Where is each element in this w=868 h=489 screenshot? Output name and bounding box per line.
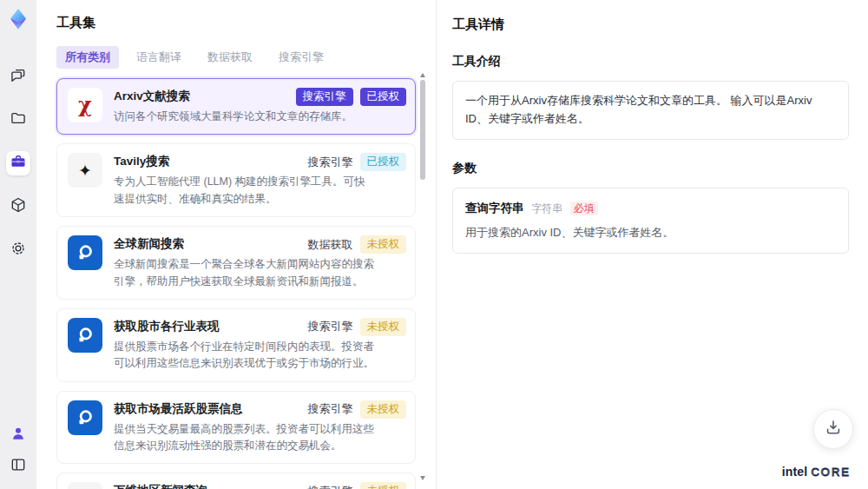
- param-required-badge: 必填: [570, 202, 598, 215]
- tab-search-engine[interactable]: 搜索引擎: [270, 46, 332, 69]
- intro-section-title: 工具介绍: [452, 54, 849, 69]
- intel-core-logo: intel CORE: [782, 465, 851, 479]
- tool-description: 全球新闻搜索是一个聚合全球各大新闻网站内容的搜索引擎，帮助用户快速获取全球最新资…: [114, 256, 374, 290]
- tool-card-sector-performance[interactable]: 获取股市各行业表现 提供股票市场各个行业在特定时间段内的表现。投资者可以利用这些…: [56, 308, 416, 382]
- stock-sector-icon: [68, 318, 102, 353]
- active-stocks-icon: [68, 400, 102, 435]
- collapse-panel-button[interactable]: [6, 454, 30, 479]
- tab-data-fetch[interactable]: 数据获取: [199, 46, 261, 69]
- status-badge: 已授权: [360, 153, 407, 171]
- tool-description: 提供当天交易量最高的股票列表。投资者可以利用这些信息来识别流动性强的股票和潜在的…: [114, 421, 374, 455]
- tool-card-most-active-stocks[interactable]: 获取市场最活跃股票信息 提供当天交易量最高的股票列表。投资者可以利用这些信息来识…: [56, 391, 416, 465]
- status-badge: 已授权: [360, 88, 407, 106]
- download-icon: [824, 418, 843, 440]
- sidebar-item-packages[interactable]: [6, 195, 30, 219]
- status-badge: 未授权: [360, 482, 407, 489]
- category-label: 搜索引擎: [308, 484, 353, 489]
- tool-card-regional-news[interactable]: 万维地区新闻查询 查询具体行政区划内的新闻，快速了解各地新闻动 搜索引擎 未授权: [56, 472, 416, 489]
- tab-language-translation[interactable]: 语言翻译: [128, 46, 190, 69]
- chat-icon: [10, 66, 27, 87]
- download-button[interactable]: [813, 409, 853, 449]
- param-type: 字符串: [531, 202, 562, 215]
- scrollbar-down-arrow[interactable]: [420, 476, 425, 480]
- scrollbar-thumb[interactable]: [420, 80, 425, 180]
- category-label: 搜索引擎: [308, 319, 353, 334]
- scrollbar-up-arrow[interactable]: [420, 73, 425, 77]
- cube-icon: [10, 196, 27, 217]
- gear-icon: [10, 240, 27, 261]
- sidebar-item-chat[interactable]: [6, 64, 30, 89]
- tool-description: 提供股票市场各个行业在特定时间段内的表现。投资者可以利用这些信息来识别表现优于或…: [114, 339, 374, 373]
- category-tabs: 所有类别 语言翻译 数据获取 搜索引擎: [56, 46, 436, 69]
- tool-description: 访问各个研究领域大量科学论文和文章的存储库。: [114, 109, 352, 125]
- sidebar-bottom: [6, 421, 30, 479]
- tool-description: 专为人工智能代理 (LLM) 构建的搜索引擎工具。可快速提供实时、准确和真实的结…: [114, 174, 374, 208]
- params-section-title: 参数: [452, 161, 849, 176]
- tavily-icon: ✦: [68, 153, 102, 188]
- tool-intro-box: 一个用于从Arxiv存储库搜索科学论文和文章的工具。 输入可以是Arxiv ID…: [452, 81, 849, 140]
- page-title: 工具集: [56, 15, 436, 31]
- icon-sidebar: [0, 0, 36, 489]
- toolbox-icon: [10, 153, 27, 174]
- status-badge: 未授权: [360, 400, 407, 419]
- sidebar-item-toolbox[interactable]: [6, 151, 30, 175]
- tool-detail-panel: 工具详情 工具介绍 一个用于从Arxiv存储库搜索科学论文和文章的工具。 输入可…: [436, 0, 868, 489]
- param-description: 用于搜索的Arxiv ID、关键字或作者姓名。: [465, 224, 836, 242]
- category-label: 搜索引擎: [308, 155, 353, 170]
- panel-layout-icon: [10, 456, 27, 477]
- category-label: 搜索引擎: [308, 401, 353, 417]
- tool-card-arxiv[interactable]: χ Arxiv文献搜索 访问各个研究领域大量科学论文和文章的存储库。 搜索引擎 …: [56, 78, 416, 135]
- regional-news-icon: [68, 482, 102, 489]
- category-label: 数据获取: [308, 237, 353, 253]
- detail-title: 工具详情: [452, 17, 849, 33]
- parameter-box: 查询字符串 字符串 必填 用于搜索的Arxiv ID、关键字或作者姓名。: [452, 188, 849, 254]
- status-badge: 未授权: [360, 318, 407, 336]
- user-avatar[interactable]: [6, 421, 30, 446]
- tab-all-categories[interactable]: 所有类别: [56, 46, 119, 69]
- sidebar-nav: [6, 64, 30, 262]
- tool-list-panel: 工具集 所有类别 语言翻译 数据获取 搜索引擎 χ Arxiv文献搜索 访问各个…: [36, 0, 436, 489]
- news-search-icon: [68, 235, 102, 270]
- sidebar-item-files[interactable]: [6, 108, 30, 132]
- tool-card-list: χ Arxiv文献搜索 访问各个研究领域大量科学论文和文章的存储库。 搜索引擎 …: [56, 78, 416, 489]
- folder-icon: [10, 109, 27, 130]
- tool-card-tavily[interactable]: ✦ Tavily搜索 专为人工智能代理 (LLM) 构建的搜索引擎工具。可快速提…: [56, 143, 416, 217]
- arxiv-icon: χ: [68, 88, 102, 122]
- list-scrollbar[interactable]: [419, 73, 426, 480]
- tool-card-global-news[interactable]: 全球新闻搜索 全球新闻搜索是一个聚合全球各大新闻网站内容的搜索引擎，帮助用户快速…: [56, 226, 416, 300]
- status-badge: 未授权: [360, 235, 407, 254]
- param-name: 查询字符串: [465, 202, 524, 215]
- sidebar-item-settings[interactable]: [6, 238, 30, 262]
- app-window: 工具集 所有类别 语言翻译 数据获取 搜索引擎 χ Arxiv文献搜索 访问各个…: [0, 0, 868, 489]
- category-badge: 搜索引擎: [296, 88, 353, 106]
- app-logo-icon: [6, 7, 30, 31]
